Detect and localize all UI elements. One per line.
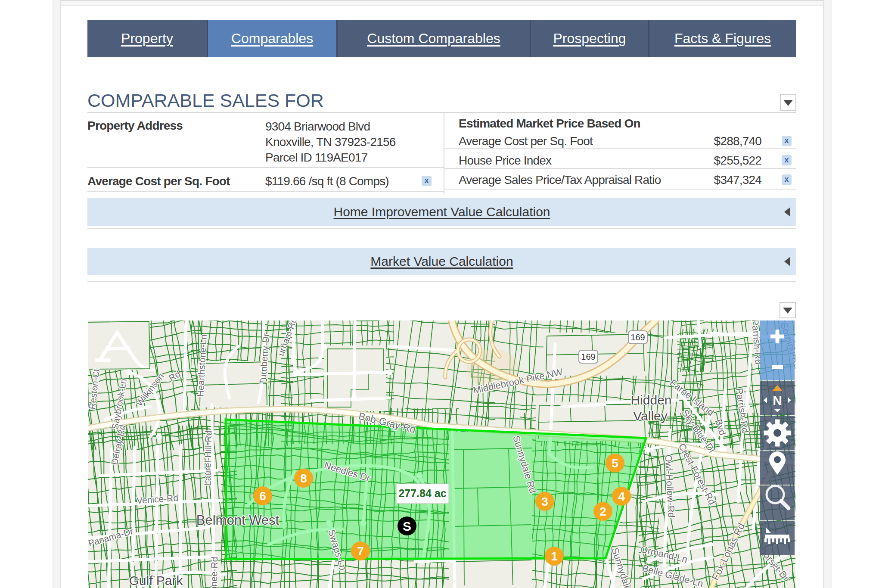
svg-text:Laurel-Hill-Rd: Laurel-Hill-Rd xyxy=(202,430,213,486)
svg-text:2: 2 xyxy=(599,505,606,518)
svg-text:4: 4 xyxy=(618,490,625,503)
svg-text:5: 5 xyxy=(612,457,618,470)
svg-text:Belmont West: Belmont West xyxy=(196,513,280,528)
svg-text:Valley: Valley xyxy=(633,409,667,423)
svg-text:169: 169 xyxy=(630,333,645,342)
svg-text:7: 7 xyxy=(357,544,364,558)
svg-text:277.84 ac: 277.84 ac xyxy=(398,487,446,499)
svg-text:annee-Rd: annee-Rd xyxy=(208,557,219,588)
svg-text:S: S xyxy=(403,519,411,533)
svg-text:1: 1 xyxy=(551,550,558,563)
svg-text:Hidden: Hidden xyxy=(630,393,671,407)
svg-text:6: 6 xyxy=(259,489,266,503)
svg-text:169: 169 xyxy=(581,352,595,361)
svg-text:3: 3 xyxy=(541,495,548,508)
svg-text:8: 8 xyxy=(300,472,307,485)
svg-text:Gulf Park: Gulf Park xyxy=(129,573,183,588)
svg-text:N: N xyxy=(773,393,782,408)
